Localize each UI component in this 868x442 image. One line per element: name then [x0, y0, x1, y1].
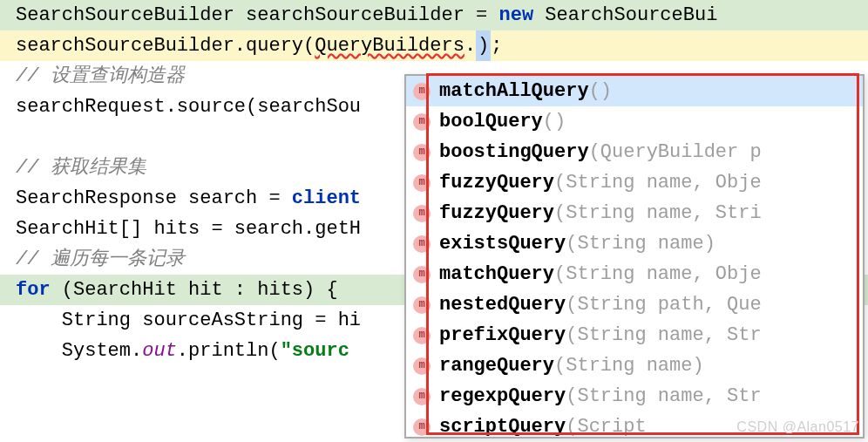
autocomplete-method-params: (QueryBuilder p [589, 137, 762, 167]
code-text: searchRequest.source(searchSou [16, 92, 361, 122]
autocomplete-method-name: matchQuery [439, 259, 554, 289]
method-icon: m [413, 144, 431, 161]
autocomplete-method-params: (String path, Que [566, 289, 761, 320]
method-icon: m [413, 205, 431, 222]
autocomplete-item[interactable]: mrangeQuery(String name) [406, 350, 863, 381]
caret-position[interactable]: ) [476, 31, 491, 61]
autocomplete-method-params: (String name, Str [566, 381, 761, 411]
autocomplete-method-name: nestedQuery [439, 289, 566, 320]
code-text: System. [16, 336, 142, 366]
autocomplete-method-params: (String name, Obje [554, 259, 762, 289]
method-icon: m [413, 113, 431, 131]
method-icon: m [413, 388, 431, 405]
autocomplete-method-params: (String name, Stri [554, 198, 762, 228]
string-literal: "sourc [281, 336, 349, 366]
autocomplete-method-params: () [543, 106, 566, 137]
method-icon: m [413, 174, 431, 192]
comment: // 设置查询构造器 [16, 61, 185, 92]
autocomplete-method-name: matchAllQuery [439, 76, 589, 106]
code-text: String sourceAsString = hi [16, 305, 361, 336]
autocomplete-method-name: existsQuery [439, 228, 566, 259]
keyword-new: new [499, 0, 534, 31]
autocomplete-item[interactable]: mprefixQuery(String name, Str [406, 320, 863, 350]
code-text: . [465, 31, 476, 61]
code-text: .println( [177, 336, 281, 366]
code-text: ; [491, 31, 502, 61]
error-underline: QueryBuilders [315, 31, 465, 61]
comment: // 遍历每一条记录 [16, 244, 185, 275]
method-icon: m [413, 235, 431, 253]
method-icon: m [413, 296, 431, 314]
code-text: SearchSourceBuilder searchSourceBuilder … [16, 0, 499, 31]
code-text: searchSourceBuilder.query( [16, 31, 315, 61]
autocomplete-item[interactable]: mfuzzyQuery(String name, Stri [406, 198, 863, 228]
autocomplete-method-params: (Script [566, 411, 646, 439]
code-text: SearchHit[] hits = search.getH [16, 214, 361, 244]
code-text: (SearchHit hit : hits) { [51, 275, 338, 305]
autocomplete-method-name: boolQuery [439, 106, 543, 137]
autocomplete-method-name: fuzzyQuery [439, 167, 554, 198]
autocomplete-method-name: scriptQuery [439, 411, 566, 439]
autocomplete-item[interactable]: mnestedQuery(String path, Que [406, 289, 863, 320]
method-icon: m [413, 357, 431, 375]
autocomplete-method-name: regexpQuery [439, 381, 566, 411]
autocomplete-method-params: () [589, 76, 612, 106]
autocomplete-item[interactable]: mmatchAllQuery() [406, 76, 863, 106]
comment: // 获取结果集 [16, 153, 146, 183]
static-field: out [142, 336, 177, 366]
code-text: SearchResponse search = [16, 183, 292, 214]
autocomplete-method-name: prefixQuery [439, 320, 566, 350]
autocomplete-method-name: rangeQuery [439, 350, 554, 381]
method-icon: m [413, 83, 431, 100]
watermark: CSDN @Alan0517 [736, 416, 859, 439]
autocomplete-item[interactable]: mfuzzyQuery(String name, Obje [406, 167, 863, 198]
autocomplete-method-params: (String name) [554, 350, 704, 381]
autocomplete-item[interactable]: mboolQuery() [406, 106, 863, 137]
autocomplete-method-name: boostingQuery [439, 137, 589, 167]
code-text: SearchSourceBui [533, 0, 717, 31]
autocomplete-item[interactable]: mboostingQuery(QueryBuilder p [406, 137, 863, 167]
method-icon: m [413, 266, 431, 283]
method-icon: m [413, 418, 431, 436]
autocomplete-item[interactable]: mregexpQuery(String name, Str [406, 381, 863, 411]
autocomplete-method-params: (String name, Obje [554, 167, 762, 198]
keyword-for: for [16, 275, 51, 305]
autocomplete-method-params: (String name) [566, 228, 715, 259]
code-editor[interactable]: SearchSourceBuilder searchSourceBuilder … [0, 0, 868, 442]
code-line[interactable]: SearchSourceBuilder searchSourceBuilder … [0, 0, 868, 31]
autocomplete-method-name: fuzzyQuery [439, 198, 554, 228]
autocomplete-item[interactable]: mexistsQuery(String name) [406, 228, 863, 259]
autocomplete-item[interactable]: mmatchQuery(String name, Obje [406, 259, 863, 289]
code-line[interactable]: searchSourceBuilder.query(QueryBuilders.… [0, 31, 868, 61]
method-icon: m [413, 327, 431, 344]
autocomplete-popup[interactable]: mmatchAllQuery()mboolQuery()mboostingQue… [404, 74, 865, 439]
autocomplete-method-params: (String name, Str [566, 320, 761, 350]
identifier: client [292, 183, 361, 214]
